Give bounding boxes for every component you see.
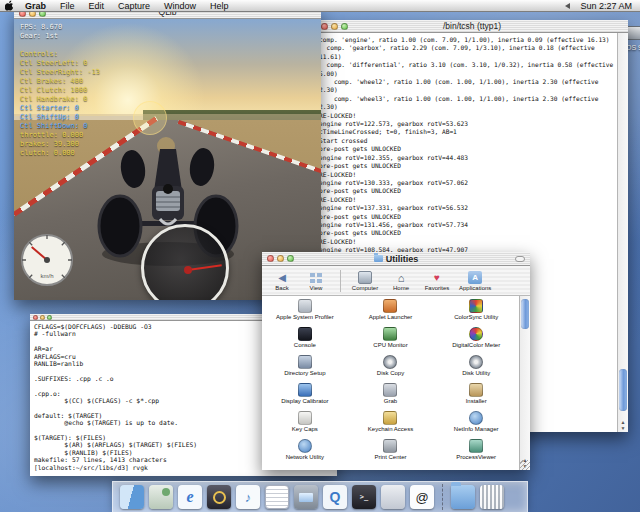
utility-item[interactable]: Key Caps	[262, 411, 348, 439]
view-icon	[309, 271, 323, 284]
utility-item[interactable]: Directory Setup	[262, 355, 348, 383]
close-button[interactable]	[33, 315, 38, 320]
keychain-access-icon	[383, 411, 397, 425]
menu-item[interactable]: Window	[157, 0, 203, 12]
utility-item-label: Disk Copy	[377, 370, 404, 376]
hud-switch-line: Ctl Starter: 0	[20, 104, 100, 113]
terminal-line: pre-post gets UNLOCKED	[319, 229, 615, 237]
mail-dock-icon[interactable]	[149, 485, 173, 509]
utility-item[interactable]: CPU Monitor	[348, 327, 434, 355]
hud-control-line: Controls:	[20, 50, 100, 59]
scrollbar-thumb[interactable]	[521, 299, 529, 329]
utility-item-label: Applet Launcher	[369, 314, 413, 320]
toolbar-shortcut[interactable]: Computer	[351, 271, 379, 291]
zoom-button[interactable]	[341, 23, 348, 30]
utility-item[interactable]: Applet Launcher	[348, 299, 434, 327]
lens-flare-icon	[133, 101, 167, 135]
hud-pedal-line: brakes: 39.300	[20, 140, 100, 149]
close-button[interactable]	[321, 23, 328, 30]
utility-item[interactable]: ProcessViewer	[433, 439, 519, 467]
terminal-line: engine rotV=102.355, gearbox rotV=44.483	[319, 154, 615, 162]
directory-setup-icon	[298, 355, 312, 369]
utility-item[interactable]: Disk Utility	[433, 355, 519, 383]
sound-menu-extra-icon[interactable]	[560, 3, 572, 9]
itunes-dock-icon[interactable]	[236, 485, 260, 509]
displays-dock-icon[interactable]	[294, 485, 318, 509]
utility-item[interactable]: Print Center	[348, 439, 434, 467]
hud-control-line: Ctl Handbrake: 0	[20, 95, 100, 104]
finder-toolbar: Back View Computer Home Favorites	[262, 266, 530, 296]
terminal-scrollbar[interactable]	[617, 33, 628, 432]
utility-item[interactable]: DigitalColor Meter	[433, 327, 519, 355]
utility-item[interactable]: Disk Copy	[348, 355, 434, 383]
hud-pedal-line: clutch: 0.000	[20, 149, 100, 158]
utilities-titlebar[interactable]: Utilities	[262, 252, 530, 266]
resize-grip[interactable]	[520, 460, 530, 470]
toolbar-divider	[340, 270, 341, 292]
trash-dock-icon[interactable]	[480, 485, 504, 509]
utility-item-label: Installer	[466, 398, 487, 404]
terminal-dock-icon[interactable]	[352, 485, 376, 509]
utility-item[interactable]: Network Utility	[262, 439, 348, 467]
zoom-button[interactable]	[287, 255, 294, 262]
toolbar-shortcut[interactable]: Home	[387, 271, 415, 291]
finder-dock-icon[interactable]	[120, 485, 144, 509]
toolbar-button[interactable]: Back	[268, 271, 296, 291]
utilities-finder-window[interactable]: Utilities Back View Computer	[262, 252, 530, 470]
toolbar-shortcut[interactable]: Applications	[459, 271, 491, 291]
utility-item[interactable]: Console	[262, 327, 348, 355]
terminal-titlebar[interactable]: /bin/tcsh (ttyp1)	[316, 20, 628, 33]
utility-item[interactable]: Grab	[348, 383, 434, 411]
apple-menu[interactable]	[0, 0, 18, 11]
app-menu-grab[interactable]: Grab	[18, 0, 53, 12]
toolbar-shortcut-label: Home	[393, 285, 409, 291]
sherlock-dock-icon[interactable]	[207, 485, 231, 509]
minimize-button[interactable]	[40, 315, 45, 320]
utility-item[interactable]: NetInfo Manager	[433, 411, 519, 439]
utility-item-label: Display Calibrator	[281, 398, 328, 404]
mail-at-dock-icon[interactable]	[410, 485, 434, 509]
terminal-line: comp. 'engine', ratio 1.00 (com. 7.09, 1…	[319, 36, 615, 44]
quicktime-player-dock-icon[interactable]	[323, 485, 347, 509]
minimize-button[interactable]	[331, 23, 338, 30]
terminal-line: comp. 'differential', ratio 3.10 (com. 3…	[319, 61, 615, 78]
hud-control-line: Ctl SteerRight: -13	[20, 68, 100, 77]
menu-item[interactable]: Edit	[82, 0, 112, 12]
scrollbar-thumb[interactable]	[619, 369, 627, 411]
scroll-down-arrow-icon[interactable]	[621, 425, 626, 431]
zoom-button[interactable]	[47, 315, 52, 320]
internet-explorer-dock-icon[interactable]	[178, 485, 202, 509]
menu-bar-clock[interactable]: Sun 2:27 AM	[572, 1, 640, 11]
close-button[interactable]	[267, 255, 274, 262]
terminal-line: pre-post gets UNLOCKED	[319, 162, 615, 170]
disk-utility-icon	[469, 355, 483, 369]
utility-item[interactable]: Apple System Profiler	[262, 299, 348, 327]
menu-item[interactable]: Capture	[111, 0, 157, 12]
computer-icon	[358, 271, 372, 284]
textedit-dock-icon[interactable]	[265, 485, 289, 509]
utility-item[interactable]: Display Calibrator	[262, 383, 348, 411]
disk-copy-icon	[383, 355, 397, 369]
utility-item-label: CPU Monitor	[373, 342, 407, 348]
toolbar-shortcut[interactable]: Favorites	[423, 271, 451, 291]
dock	[112, 481, 528, 512]
utility-item[interactable]: Installer	[433, 383, 519, 411]
menu-item[interactable]: File	[53, 0, 82, 12]
terminal-line: engine rotV=137.331, gearbox rotV=56.532	[319, 204, 615, 212]
minimize-button[interactable]	[277, 255, 284, 262]
colorsync-utility-icon	[469, 299, 483, 313]
toolbar-button[interactable]: View	[302, 271, 330, 291]
toolbar-toggle-button[interactable]	[515, 256, 525, 262]
terminal-title: /bin/tcsh (ttyp1)	[316, 20, 628, 33]
netinfo-manager-icon	[469, 411, 483, 425]
grab-icon	[383, 383, 397, 397]
menu-item[interactable]: Help	[203, 0, 236, 12]
utility-item-label: DigitalColor Meter	[452, 342, 500, 348]
grab-dock-icon[interactable]	[381, 485, 405, 509]
utility-item[interactable]: ColorSync Utility	[433, 299, 519, 327]
hud-switch-line: Ctl ShiftDown: 0	[20, 122, 100, 131]
terminal-line: RE-LOCKED!	[319, 171, 615, 179]
utility-item[interactable]: Keychain Access	[348, 411, 434, 439]
finder-scrollbar[interactable]	[519, 296, 530, 470]
folder-dock-icon[interactable]	[451, 485, 475, 509]
